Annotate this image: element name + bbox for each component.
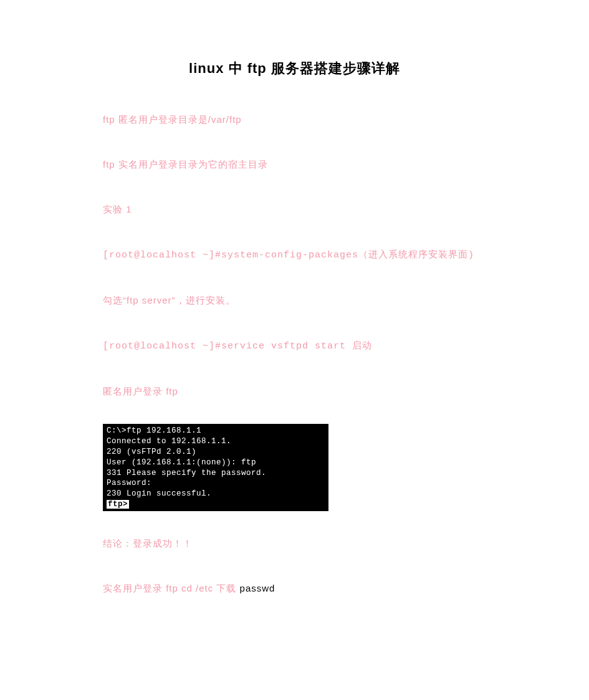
terminal-line-4: User (192.168.1.1:(none)): ftp <box>107 458 256 467</box>
terminal-prompt: ftp> <box>107 500 129 509</box>
paragraph-conclusion: 结论：登录成功！！ <box>103 536 486 551</box>
paragraph-realname-login: 实名用户登录 ftp cd /etc 下载 passwd <box>103 581 486 596</box>
paragraph-realname-dir: ftp 实名用户登录目录为它的宿主目录 <box>103 157 486 172</box>
document-page: linux 中 ftp 服务器搭建步骤详解 ftp 匿名用户登录目录是/var/… <box>0 0 589 700</box>
page-title: linux 中 ftp 服务器搭建步骤详解 <box>103 59 486 78</box>
terminal-line-3: 220 (vsFTPd 2.0.1) <box>107 448 196 456</box>
terminal-line-7: 230 Login successful. <box>107 489 211 498</box>
terminal-line-1: C:\>ftp 192.168.1.1 <box>107 426 201 435</box>
paragraph-experiment-1: 实验 1 <box>103 202 486 217</box>
text-passwd: passwd <box>236 583 275 593</box>
terminal-output: C:\>ftp 192.168.1.1 Connected to 192.168… <box>103 424 328 511</box>
cmd-service-start: [root@localhost ~]#service vsftpd start … <box>103 341 372 352</box>
terminal-line-5: 331 Please specify the password. <box>107 469 266 477</box>
cmd-system-config: [root@localhost ~]#system-config-package… <box>103 250 474 261</box>
paragraph-select-ftp-server: 勾选“ftp server”，进行安装。 <box>103 293 486 308</box>
paragraph-service-start: [root@localhost ~]#service vsftpd start … <box>103 338 486 354</box>
paragraph-system-config: [root@localhost ~]#system-config-package… <box>103 247 486 263</box>
text-realname-cmd: 实名用户登录 ftp cd /etc 下载 <box>103 583 236 593</box>
terminal-line-2: Connected to 192.168.1.1. <box>107 437 231 446</box>
paragraph-anonymous-login: 匿名用户登录 ftp <box>103 384 486 399</box>
paragraph-anonymous-dir: ftp 匿名用户登录目录是/var/ftp <box>103 112 486 127</box>
terminal-line-6: Password: <box>107 479 151 487</box>
